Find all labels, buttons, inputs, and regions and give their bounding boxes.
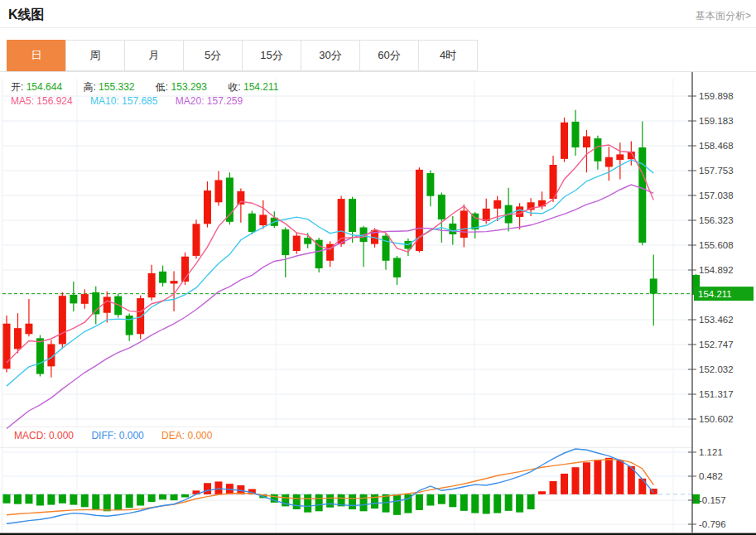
period-tab-bar: 日周月5分15分30分60分4时	[7, 40, 478, 71]
page-title: K线图	[8, 7, 45, 24]
macd-value-readout: MACD: 0.000	[14, 430, 74, 441]
low-value: 153.293	[171, 81, 207, 93]
high-value: 155.332	[99, 81, 134, 93]
close-label: 收:	[228, 81, 240, 93]
ma-readout: MA5: 156.924 MA10: 157.685 MA20: 157.259	[11, 95, 258, 107]
tab-4hour[interactable]: 4时	[418, 40, 478, 71]
kline-widget: K线图 基本面分析> 日周月5分15分30分60分4时 开: 154.644 高…	[0, 0, 756, 535]
tab-week[interactable]: 周	[65, 40, 125, 71]
high-label: 高:	[83, 81, 95, 93]
tab-5min[interactable]: 5分	[183, 40, 243, 71]
low-label: 低:	[156, 81, 168, 93]
tab-15min[interactable]: 15分	[242, 40, 301, 71]
ma10-readout: MA10: 157.685	[90, 95, 157, 107]
open-label: 开:	[11, 81, 23, 93]
ohlc-readout: 开: 154.644 高: 155.332 低: 153.293 收: 154.…	[11, 80, 296, 94]
tab-month[interactable]: 月	[124, 40, 184, 71]
macd-readout: MACD: 0.000 DIFF: 0.000 DEA: 0.000	[14, 430, 227, 441]
diff-value-readout: DIFF: 0.000	[91, 430, 143, 441]
chart-area[interactable]	[0, 72, 756, 535]
tab-day[interactable]: 日	[7, 40, 66, 71]
open-value: 154.644	[26, 81, 62, 93]
ma5-readout: MA5: 156.924	[11, 95, 73, 107]
ma20-readout: MA20: 157.259	[176, 95, 243, 107]
tab-60min[interactable]: 60分	[359, 40, 419, 71]
tab-30min[interactable]: 30分	[301, 40, 360, 71]
close-value: 154.211	[243, 81, 279, 93]
dea-value-readout: DEA: 0.000	[161, 430, 212, 441]
fundamental-analysis-link[interactable]: 基本面分析>	[696, 9, 751, 23]
